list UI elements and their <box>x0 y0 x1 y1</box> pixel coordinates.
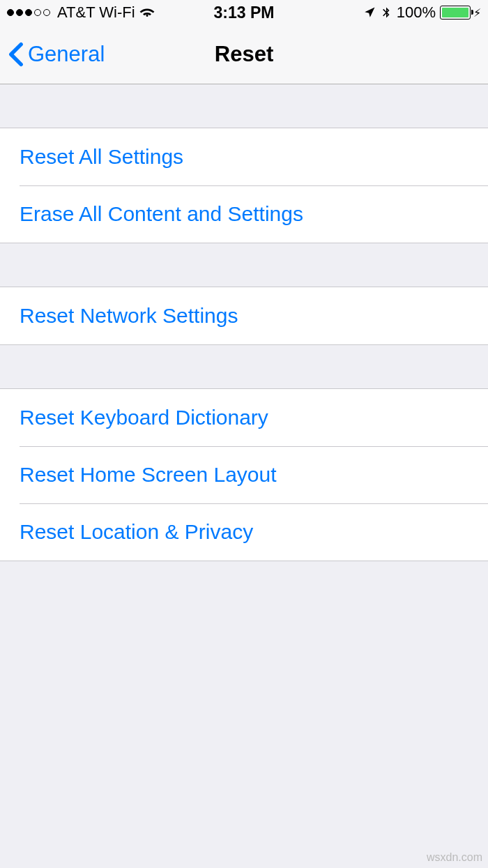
reset-network-settings[interactable]: Reset Network Settings <box>0 287 488 344</box>
wifi-icon <box>139 5 155 20</box>
status-right: 100% ⚡︎ <box>363 3 481 22</box>
carrier-label: AT&T Wi-Fi <box>57 3 135 22</box>
status-time: 3:13 PM <box>214 3 275 22</box>
page-title: Reset <box>215 42 273 67</box>
section-spacer <box>0 84 488 128</box>
cell-label: Reset All Settings <box>20 145 183 169</box>
cell-label: Reset Network Settings <box>20 304 238 328</box>
chevron-left-icon <box>8 42 24 67</box>
reset-home-screen-layout[interactable]: Reset Home Screen Layout <box>0 446 488 503</box>
back-label: General <box>28 42 105 67</box>
watermark: wsxdn.com <box>427 851 482 864</box>
charging-icon: ⚡︎ <box>473 6 481 20</box>
status-bar: AT&T Wi-Fi 3:13 PM 100% ⚡︎ <box>0 0 488 25</box>
section-1: Reset All Settings Erase All Content and… <box>0 128 488 243</box>
battery-icon: ⚡︎ <box>440 6 481 20</box>
location-icon <box>363 6 376 19</box>
section-spacer <box>0 345 488 388</box>
status-left: AT&T Wi-Fi <box>7 3 155 22</box>
section-3: Reset Keyboard Dictionary Reset Home Scr… <box>0 388 488 561</box>
cell-label: Reset Keyboard Dictionary <box>20 406 268 429</box>
cell-label: Reset Location & Privacy <box>20 520 253 544</box>
bluetooth-icon <box>380 6 392 19</box>
battery-percent: 100% <box>397 3 436 22</box>
navigation-bar: General Reset <box>0 25 488 84</box>
back-button[interactable]: General <box>8 42 105 67</box>
section-spacer <box>0 243 488 287</box>
signal-strength-icon <box>7 9 50 16</box>
section-2: Reset Network Settings <box>0 287 488 345</box>
reset-location-privacy[interactable]: Reset Location & Privacy <box>0 503 488 561</box>
cell-label: Reset Home Screen Layout <box>20 463 277 487</box>
reset-keyboard-dictionary[interactable]: Reset Keyboard Dictionary <box>0 389 488 446</box>
erase-all-content[interactable]: Erase All Content and Settings <box>0 185 488 243</box>
cell-label: Erase All Content and Settings <box>20 202 303 226</box>
reset-all-settings[interactable]: Reset All Settings <box>0 128 488 185</box>
